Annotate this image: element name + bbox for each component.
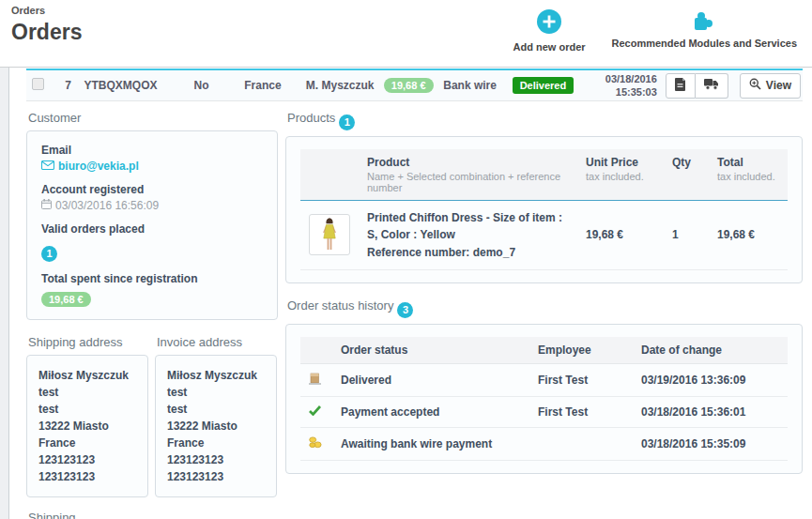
row-action-buttons <box>666 73 728 99</box>
order-total-cell: 19,68 € <box>384 79 443 92</box>
product-thumbnail <box>309 214 350 255</box>
invoice-button[interactable] <box>666 73 696 99</box>
col-product: Product <box>367 156 569 169</box>
address-line: 123123123 <box>38 451 136 468</box>
product-reference: Reference number: demo_7 <box>367 244 569 262</box>
col-unit-price: Unit Price <box>586 156 655 169</box>
document-icon <box>675 78 686 94</box>
calendar-icon <box>41 199 52 212</box>
products-count-badge: 1 <box>339 114 355 130</box>
delivery-slip-button[interactable] <box>696 73 728 99</box>
history-row: Awaiting bank wire payment 03/18/2016 15… <box>300 427 788 460</box>
products-title-text: Products <box>287 111 335 125</box>
col-total: Total <box>717 156 779 169</box>
recommended-modules-label: Recommended Modules and Services <box>612 38 797 49</box>
address-line: test <box>38 384 136 401</box>
order-status-badge: Delivered <box>513 77 575 94</box>
sidebar-edge <box>0 68 9 519</box>
total-spent-label: Total spent since registration <box>41 272 263 285</box>
order-total-badge: 19,68 € <box>384 78 434 93</box>
invoice-address-panel: Miłosz Myszczuk test test 13222 Miasto F… <box>155 355 277 497</box>
order-payment-method: Bank wire <box>443 79 512 92</box>
account-registered-date: 03/03/2016 16:56:09 <box>55 199 159 212</box>
order-customer-name: M. Myszczuk <box>297 79 384 92</box>
customer-panel-title: Customer <box>28 111 278 125</box>
total-spent-badge: 19,68 € <box>41 292 91 307</box>
address-line: Miłosz Myszczuk <box>38 367 136 384</box>
order-list-row[interactable]: 7 YTBQXMQOX No France M. Myszczuk 19,68 … <box>26 69 803 101</box>
address-line: France <box>38 435 136 451</box>
view-order-button[interactable]: View <box>740 73 801 99</box>
history-table: Order status Employee Date of change Del… <box>300 337 788 461</box>
history-date: 03/19/2016 13:36:09 <box>633 363 788 396</box>
product-unit-price: 19,68 € <box>577 200 664 270</box>
history-row: Delivered First Test 03/19/2016 13:36:09 <box>300 363 788 396</box>
history-date: 03/18/2016 15:35:09 <box>633 427 788 460</box>
address-line: 123123123 <box>38 468 136 485</box>
address-line: 123123123 <box>167 468 265 485</box>
history-employee: First Test <box>529 363 633 396</box>
product-total: 19,68 € <box>709 200 788 270</box>
order-delivery-country: France <box>229 79 296 92</box>
shipping-address-title: Shipping address <box>28 335 148 349</box>
col-order-status: Order status <box>341 343 407 357</box>
order-status-history-panel: Order status Employee Date of change Del… <box>285 324 803 474</box>
valid-orders-label: Valid orders placed <box>41 222 263 236</box>
history-row: Payment accepted First Test 03/18/2016 1… <box>300 396 788 427</box>
coins-icon <box>309 438 322 451</box>
history-date: 03/18/2016 15:36:01 <box>633 396 788 427</box>
history-employee: First Test <box>529 396 633 427</box>
customer-email-link[interactable]: biuro@vekia.pl <box>58 160 139 173</box>
products-panel: Product Name + Selected combination + re… <box>285 136 803 284</box>
product-qty: 1 <box>664 200 709 270</box>
col-unit-price-sub: tax included. <box>586 171 655 182</box>
shipping-panel-title: Shipping <box>28 511 278 519</box>
address-line: Miłosz Myszczuk <box>167 367 265 384</box>
dress-image <box>317 217 342 252</box>
history-title-text: Order status history <box>287 298 393 313</box>
order-new-client: No <box>174 79 230 92</box>
col-total-sub: tax included. <box>717 171 779 182</box>
order-date-time: 15:35:03 <box>616 86 657 98</box>
add-new-order-button[interactable]: Add new order <box>513 9 586 53</box>
address-line: 13222 Miasto <box>167 418 265 435</box>
check-icon <box>309 405 321 419</box>
history-employee <box>529 427 633 460</box>
recommended-modules-button[interactable]: Recommended Modules and Services <box>612 9 797 53</box>
address-line: test <box>167 384 265 401</box>
order-status-cell: Delivered <box>513 79 605 92</box>
order-date: 03/18/2016 15:35:03 <box>605 72 657 99</box>
history-status: Awaiting bank wire payment <box>332 427 529 460</box>
add-new-order-label: Add new order <box>513 41 586 53</box>
package-icon <box>309 374 321 388</box>
address-line: 13222 Miasto <box>38 418 136 435</box>
col-product-sub: Name + Selected combination + reference … <box>367 171 569 193</box>
header-divider <box>0 67 812 68</box>
shipping-address-panel: Miłosz Myszczuk test test 13222 Miasto F… <box>26 355 148 497</box>
order-reference: YTBQXMQOX <box>84 79 174 92</box>
puzzle-icon <box>693 9 715 34</box>
customer-panel: Email biuro@vekia.pl Account registered … <box>26 130 278 320</box>
email-label: Email <box>41 144 263 157</box>
address-line: test <box>167 401 265 418</box>
header-actions: Add new order Recommended Modules and Se… <box>513 9 797 53</box>
zoom-in-icon <box>749 78 761 93</box>
plus-circle-icon <box>537 9 561 38</box>
product-name: Printed Chiffon Dress - Size of item : S… <box>367 209 569 244</box>
row-checkbox[interactable] <box>32 78 44 90</box>
history-panel-title: Order status history3 <box>287 298 803 318</box>
row-checkbox-cell <box>26 78 53 93</box>
products-panel-title: Products1 <box>287 111 803 130</box>
envelope-icon <box>41 160 54 173</box>
orders-page: Orders Orders Add new order Recommended … <box>0 0 812 519</box>
truck-icon <box>704 78 719 93</box>
product-row: Printed Chiffon Dress - Size of item : S… <box>300 200 788 270</box>
order-date-day: 03/18/2016 <box>605 73 657 84</box>
history-status: Payment accepted <box>332 396 529 427</box>
history-status: Delivered <box>332 363 529 396</box>
history-count-badge: 3 <box>397 302 413 318</box>
order-id: 7 <box>53 79 84 92</box>
valid-orders-count-badge: 1 <box>41 246 57 262</box>
col-employee: Employee <box>538 343 591 357</box>
address-line: test <box>38 401 136 418</box>
